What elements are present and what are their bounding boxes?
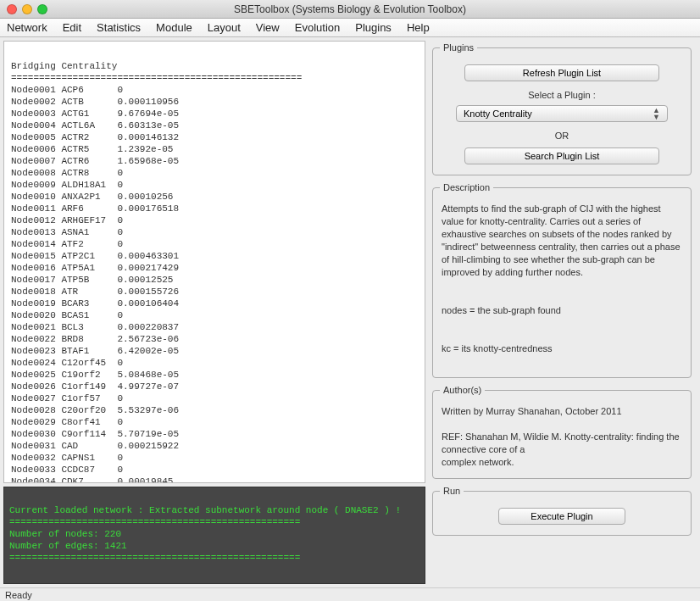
refresh-plugin-button[interactable]: Refresh Plugin List bbox=[464, 64, 659, 81]
description-panel: Description Attempts to find the sub-gra… bbox=[432, 182, 692, 378]
menubar: Network Edit Statistics Module Layout Vi… bbox=[0, 19, 700, 37]
zoom-icon[interactable] bbox=[37, 4, 47, 14]
author-text[interactable]: Written by Murray Shanahan, October 2011… bbox=[440, 403, 684, 471]
plugins-legend: Plugins bbox=[440, 42, 477, 53]
menu-statistics[interactable]: Statistics bbox=[97, 21, 141, 34]
menu-help[interactable]: Help bbox=[407, 21, 430, 34]
menu-evolution[interactable]: Evolution bbox=[295, 21, 340, 34]
plugins-panel: Plugins Refresh Plugin List Select a Plu… bbox=[432, 42, 692, 175]
description-legend: Description bbox=[440, 182, 493, 192]
window-title: SBEToolbox (Systems Biology & Evolution … bbox=[0, 3, 700, 15]
plugin-select-value: Knotty Centrality bbox=[464, 109, 532, 119]
description-text[interactable]: Attempts to find the sub-graph of CIJ wi… bbox=[440, 201, 684, 370]
close-icon[interactable] bbox=[7, 4, 17, 14]
execute-plugin-button[interactable]: Execute Plugin bbox=[498, 508, 625, 525]
status-bar: Ready bbox=[0, 587, 700, 601]
menu-network[interactable]: Network bbox=[7, 21, 47, 34]
menu-plugins[interactable]: Plugins bbox=[355, 21, 392, 34]
plugin-select[interactable]: Knotty Centrality ▲▼ bbox=[456, 105, 668, 122]
menu-edit[interactable]: Edit bbox=[63, 21, 81, 34]
status-text: Ready bbox=[5, 590, 32, 600]
author-legend: Author(s) bbox=[440, 385, 485, 395]
data-output[interactable]: Bridging Centrality ====================… bbox=[3, 41, 425, 483]
menu-layout[interactable]: Layout bbox=[208, 21, 241, 34]
minimize-icon[interactable] bbox=[22, 4, 32, 14]
chevron-updown-icon: ▲▼ bbox=[653, 107, 660, 120]
search-plugin-button[interactable]: Search Plugin List bbox=[464, 147, 659, 164]
menu-view[interactable]: View bbox=[256, 21, 280, 34]
select-plugin-label: Select a Plugin : bbox=[440, 90, 684, 100]
run-panel: Run Execute Plugin bbox=[432, 486, 692, 536]
or-label: OR bbox=[440, 131, 684, 141]
titlebar: SBEToolbox (Systems Biology & Evolution … bbox=[0, 0, 700, 19]
console-output[interactable]: Current loaded network : Extracted subne… bbox=[3, 487, 425, 584]
run-legend: Run bbox=[440, 486, 464, 496]
menu-module[interactable]: Module bbox=[156, 21, 192, 34]
author-panel: Author(s) Written by Murray Shanahan, Oc… bbox=[432, 385, 692, 479]
